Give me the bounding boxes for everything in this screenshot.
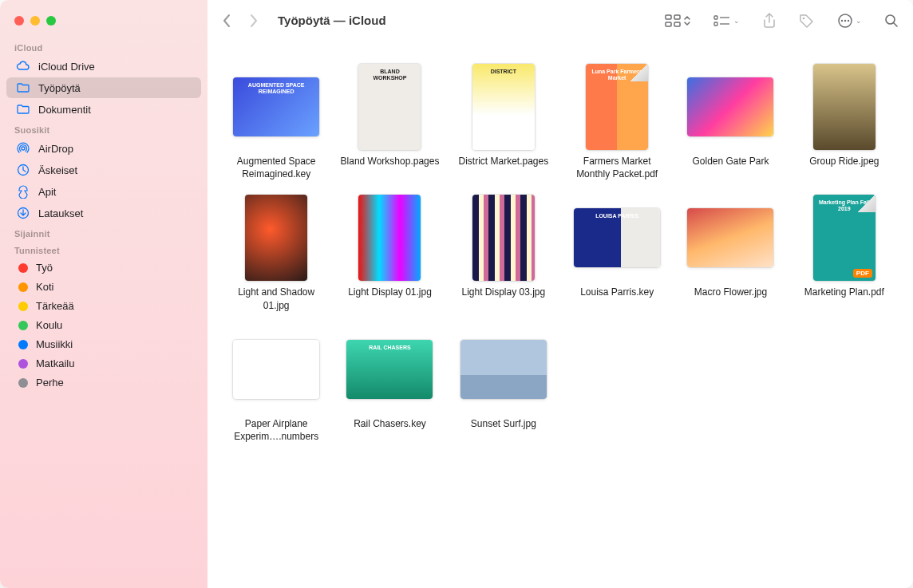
file-item[interactable]: BLAND WORKSHOPBland Workshop.pages	[338, 64, 441, 180]
more-button[interactable]: ⌄	[837, 13, 862, 29]
tag-item-musiikki[interactable]: Musiikki	[6, 335, 201, 353]
sidebar-item-apit[interactable]: Apit	[6, 181, 201, 202]
file-item[interactable]: Macro Flower.jpg	[679, 195, 781, 311]
close-window-button[interactable]	[14, 16, 24, 26]
thumbnail-overlay-text: Luna Park Farmers Market	[591, 69, 643, 81]
svg-rect-3	[666, 15, 671, 19]
nav-forward-button[interactable]	[249, 14, 259, 28]
file-label: Light and Shadow 01.jpg	[225, 286, 327, 311]
thumbnail-overlay-text: AUGMENTED SPACE REIMAGINED	[238, 82, 314, 94]
file-item[interactable]: Light Display 01.jpg	[338, 195, 441, 311]
download-icon	[16, 206, 30, 220]
pdf-badge: PDF	[853, 269, 872, 278]
file-thumbnail	[687, 64, 773, 150]
file-thumbnail: BLAND WORKSHOP	[346, 64, 433, 150]
svg-point-11	[803, 17, 805, 19]
svg-line-17	[894, 23, 897, 26]
minimize-window-button[interactable]	[30, 16, 40, 26]
file-label: Farmers Market Monthly Packet.pdf	[566, 155, 668, 180]
sidebar-item-label: Dokumentit	[38, 104, 91, 116]
file-item[interactable]: RAIL CHASERSRail Chasers.key	[338, 326, 441, 443]
tags-button[interactable]	[799, 14, 815, 28]
file-label: Bland Workshop.pages	[341, 155, 440, 168]
file-item[interactable]: Marketing Plan Fall 2019PDFMarketing Pla…	[793, 195, 895, 311]
tag-label: Koulu	[36, 319, 62, 331]
folder-icon	[16, 102, 30, 116]
tag-dot-icon	[18, 302, 28, 311]
tag-item-työ[interactable]: Työ	[6, 258, 201, 277]
file-thumbnail	[233, 195, 319, 281]
file-thumbnail	[233, 326, 319, 412]
svg-rect-4	[674, 15, 680, 19]
group-button[interactable]: ⌄	[713, 14, 740, 27]
search-button[interactable]	[884, 14, 899, 28]
file-label: Augmented Space Reimagined.key	[225, 155, 327, 180]
tag-label: Koti	[36, 281, 53, 293]
file-thumbnail: AUGMENTED SPACE REIMAGINED	[233, 64, 319, 150]
file-item[interactable]: Light and Shadow 01.jpg	[225, 195, 327, 311]
tag-label: Työ	[36, 262, 53, 274]
tag-dot-icon	[18, 378, 28, 388]
sidebar-item-dokumentit[interactable]: Dokumentit	[6, 99, 201, 120]
file-item[interactable]: Golden Gate Park	[679, 64, 781, 180]
sidebar-item-työpöytä[interactable]: Työpöytä	[6, 77, 201, 98]
tag-label: Musiikki	[36, 338, 73, 350]
svg-rect-5	[666, 22, 671, 26]
folder-icon	[16, 81, 30, 95]
nav-back-button[interactable]	[222, 14, 231, 28]
file-label: Golden Gate Park	[692, 155, 769, 168]
sidebar-item-äskeiset[interactable]: Äskeiset	[6, 160, 201, 180]
tag-label: Tärkeää	[36, 300, 74, 312]
thumbnail-overlay-text: Marketing Plan Fall 2019	[818, 199, 871, 211]
tag-dot-icon	[18, 359, 28, 369]
file-item[interactable]: AUGMENTED SPACE REIMAGINEDAugmented Spac…	[225, 64, 327, 180]
sidebar-section-header: iCloud	[0, 38, 208, 55]
file-label: Light Display 01.jpg	[348, 286, 432, 298]
finder-window: iCloudiCloud DriveTyöpöytäDokumentitSuos…	[0, 0, 913, 588]
file-thumbnail: DISTRICT	[460, 64, 547, 150]
clock-icon	[16, 163, 30, 177]
file-label: Paper Airplane Experim….numbers	[225, 417, 327, 443]
tag-label: Matkailu	[36, 357, 74, 369]
file-item[interactable]: DISTRICTDistrict Market.pages	[453, 64, 555, 180]
file-thumbnail	[801, 64, 887, 150]
sidebar-item-label: iCloud Drive	[38, 61, 95, 73]
tag-item-tärkeää[interactable]: Tärkeää	[6, 297, 201, 315]
sidebar-item-airdrop[interactable]: AirDrop	[6, 138, 201, 159]
sidebar-item-label: AirDrop	[38, 143, 73, 155]
file-thumbnail	[460, 326, 547, 412]
file-item[interactable]: Paper Airplane Experim….numbers	[225, 326, 327, 443]
file-thumbnail	[346, 195, 433, 281]
tag-item-koulu[interactable]: Koulu	[6, 316, 201, 334]
file-item[interactable]: Light Display 03.jpg	[453, 195, 555, 311]
file-item[interactable]: Group Ride.jpeg	[793, 64, 895, 180]
content-area: AUGMENTED SPACE REIMAGINEDAugmented Spac…	[208, 41, 913, 588]
tag-item-koti[interactable]: Koti	[6, 278, 201, 296]
tag-item-matkailu[interactable]: Matkailu	[6, 354, 201, 373]
thumbnail-overlay-text: BLAND WORKSHOP	[363, 69, 416, 81]
file-item[interactable]: Luna Park Farmers MarketFarmers Market M…	[566, 64, 668, 180]
file-item[interactable]: LOUISA PARRISLouisa Parris.key	[566, 195, 668, 311]
window-controls	[0, 6, 208, 38]
sidebar-item-icloud-drive[interactable]: iCloud Drive	[6, 56, 201, 77]
file-label: Light Display 03.jpg	[461, 286, 545, 298]
sidebar-item-label: Apit	[38, 186, 56, 198]
sidebar-item-lataukset[interactable]: Lataukset	[6, 203, 201, 223]
tag-dot-icon	[18, 282, 28, 292]
svg-point-16	[886, 15, 895, 24]
svg-point-14	[844, 19, 846, 21]
tag-item-perhe[interactable]: Perhe	[6, 373, 201, 392]
apps-icon	[16, 184, 30, 199]
airdrop-icon	[16, 141, 30, 156]
file-label: Marketing Plan.pdf	[804, 286, 884, 298]
file-thumbnail: RAIL CHASERS	[346, 326, 433, 412]
svg-rect-7	[714, 16, 717, 19]
svg-rect-6	[674, 22, 680, 26]
view-mode-button[interactable]	[665, 14, 691, 27]
maximize-window-button[interactable]	[46, 16, 56, 26]
cloud-icon	[16, 59, 30, 73]
sidebar: iCloudiCloud DriveTyöpöytäDokumentitSuos…	[0, 0, 208, 588]
file-item[interactable]: Sunset Surf.jpg	[453, 326, 555, 443]
share-button[interactable]	[762, 13, 777, 29]
sidebar-section-header: Suosikit	[0, 120, 208, 137]
